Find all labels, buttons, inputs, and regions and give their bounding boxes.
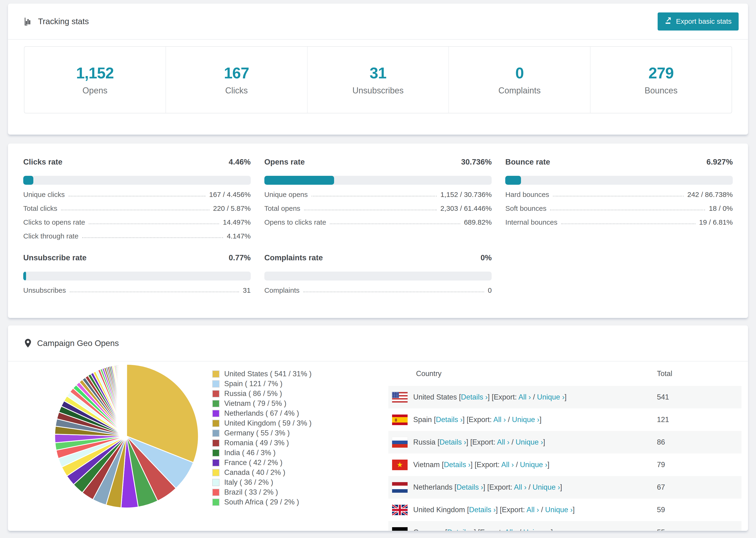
legend-item[interactable]: India ( 46 / 3% ) [212,448,381,458]
summary-stat-cell: 1,152 Opens [25,47,166,113]
rate-progress-fill [505,176,521,185]
rate-stat-row: Total opens 2,303 / 61.446% [264,204,492,212]
details-link[interactable]: Details › [461,393,488,401]
export-all-link[interactable]: All › [501,460,514,469]
legend-item[interactable]: Germany ( 55 / 3% ) [212,428,381,438]
rate-stat-label: Total opens [264,204,300,212]
export-prefix: [Export: [478,528,503,531]
legend-item[interactable]: Brazil ( 33 / 2% ) [212,487,381,497]
rate-stat-label: Complaints [264,286,299,295]
legend-item[interactable]: United States ( 541 / 31% ) [212,369,381,379]
details-link[interactable]: Details › [436,415,463,424]
rate-stat-value: 1,152 / 30.736% [441,190,492,198]
rate-stat-row: Complaints 0 [264,286,492,295]
summary-stat-value: 0 [515,64,524,82]
table-row: Germany [Details ›] [Export: All › / Uni… [388,521,741,531]
rate-stat-value: 19 / 6.81% [699,218,733,226]
details-link[interactable]: Details › [457,483,483,491]
geo-table: Country Total United States [Details ›] … [388,361,741,531]
summary-stats-row: 1,152 Opens 167 Clicks 31 Unsubscribes 0… [24,46,732,113]
page-title: Tracking stats [38,17,89,26]
rate-stat-label: Clicks to opens rate [23,218,85,226]
rate-section-header: Clicks rate 4.46% [23,157,251,166]
rate-stat-value: 31 [243,286,250,295]
rate-stat-row: Click through rate 4.147% [23,232,251,240]
legend-item[interactable]: France ( 42 / 2% ) [212,458,381,467]
export-unique-link[interactable]: Unique › [545,506,573,514]
details-link[interactable]: Details › [447,528,474,531]
rate-title: Complaints rate [264,253,323,262]
export-all-link[interactable]: All › [493,415,506,424]
country-cell: United Kingdom [Details ›] [Export: All … [388,505,657,515]
country-cell: Spain [Details ›] [Export: All › / Uniqu… [388,414,657,425]
pie-slice[interactable] [126,364,127,436]
summary-stat-value: 279 [648,64,674,82]
details-link[interactable]: Details › [444,460,470,469]
rate-stat-row: Unique opens 1,152 / 30.736% [264,190,492,198]
rate-stat-label: Unique clicks [23,190,65,198]
legend-item[interactable]: Netherlands ( 67 / 4% ) [212,408,381,418]
legend-item[interactable]: Canada ( 40 / 2% ) [212,467,381,477]
country-links: United Kingdom [Details ›] [Export: All … [413,506,575,514]
export-unique-link[interactable]: Unique › [520,460,547,469]
rate-percent: 0.77% [229,253,251,262]
country-flag: ★ [392,459,407,470]
export-all-link[interactable]: All › [505,528,517,531]
summary-stat-cell: 167 Clicks [166,47,307,113]
dotted-leader [70,292,239,292]
rate-stat-row: Clicks to opens rate 14.497% [23,218,251,226]
export-unique-link[interactable]: Unique › [515,438,543,446]
legend-item[interactable]: South Africa ( 29 / 2% ) [212,497,381,507]
legend-label: South Africa ( 29 / 2% ) [224,498,299,506]
legend-item[interactable]: Spain ( 121 / 7% ) [212,379,381,389]
export-all-link[interactable]: All › [514,483,526,491]
export-basic-stats-button[interactable]: Export basic stats [658,13,739,30]
details-link[interactable]: Details › [440,438,466,446]
total-cell: 59 [657,506,741,514]
export-unique-link[interactable]: Unique › [537,393,565,401]
export-all-link[interactable]: All › [527,506,539,514]
dotted-leader [304,210,437,210]
rate-section: Complaints rate 0% Complaints 0 [264,253,492,295]
rate-stat-value: 4.147% [227,232,251,240]
legend-swatch [212,420,220,427]
legend-item[interactable]: Russia ( 86 / 5% ) [212,389,381,399]
legend-swatch [212,390,220,398]
country-cell: United States [Details ›] [Export: All ›… [388,392,657,403]
export-unique-link[interactable]: Unique › [523,528,551,531]
legend-item[interactable]: Italy ( 36 / 2% ) [212,477,381,487]
geo-pie-chart[interactable] [23,361,212,510]
rate-progress-fill [23,272,26,281]
dotted-leader [553,196,683,196]
legend-item[interactable]: United Kingdom ( 59 / 3% ) [212,418,381,428]
rate-title: Clicks rate [23,157,63,166]
rate-stat-label: Internal bounces [505,218,557,226]
rate-percent: 4.46% [229,157,251,166]
country-flag [392,482,407,493]
country-flag [392,414,407,425]
export-all-link[interactable]: All › [497,438,510,446]
country-links: Russia [Details ›] [Export: All › / Uniq… [413,438,545,447]
export-unique-link[interactable]: Unique › [512,415,540,424]
legend-swatch [212,449,220,457]
rate-progress-track [264,176,492,185]
rate-rows: Unique clicks 167 / 4.456% Total clicks … [23,190,251,240]
summary-stat-label: Bounces [645,86,677,95]
legend-item[interactable]: Romania ( 49 / 3% ) [212,438,381,448]
legend-label: Vietnam ( 79 / 5% ) [224,399,287,408]
legend-label: France ( 42 / 2% ) [224,458,283,467]
summary-stat-value: 1,152 [76,64,114,82]
pie-svg[interactable] [54,363,199,509]
details-link[interactable]: Details › [469,506,496,514]
legend-item[interactable]: Vietnam ( 79 / 5% ) [212,399,381,408]
export-unique-link[interactable]: Unique › [532,483,560,491]
total-cell: 79 [657,460,741,469]
rate-stat-row: Soft bounces 18 / 0% [505,204,733,212]
export-all-link[interactable]: All › [518,393,531,401]
country-cell: Russia [Details ›] [Export: All › / Uniq… [388,437,657,448]
rate-progress-fill [23,176,33,185]
table-row: Netherlands [Details ›] [Export: All › /… [388,476,741,499]
table-row: Spain [Details ›] [Export: All › / Uniqu… [388,408,741,431]
rates-grid: Clicks rate 4.46% Unique clicks 167 / 4.… [23,157,733,295]
geo-header: Campaign Geo Opens [8,325,748,361]
